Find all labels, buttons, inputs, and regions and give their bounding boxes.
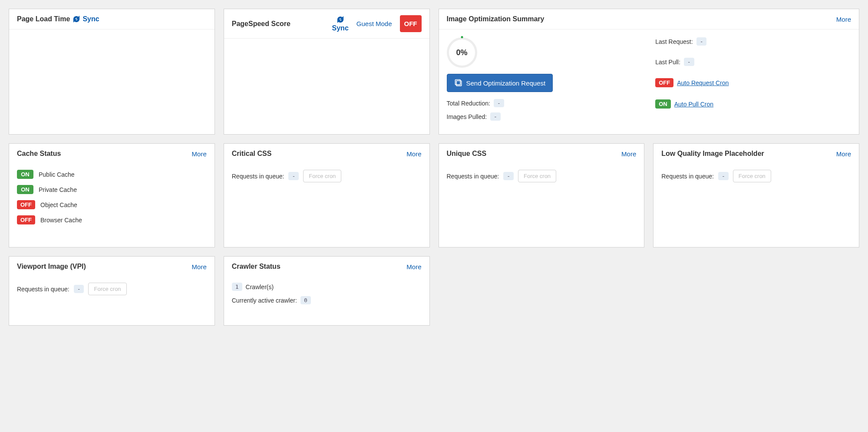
force-cron-button[interactable]: Force cron: [518, 170, 556, 182]
auto-pull-cron-badge: ON: [655, 99, 671, 109]
cache-row-private: ON Private Cache: [17, 185, 207, 194]
panel-image-optimization: Image Optimization Summary More 0% Send …: [439, 9, 860, 135]
queue-label: Requests in queue:: [17, 286, 69, 293]
total-reduction-value: -: [494, 99, 504, 107]
lqip-title: Low Quality Image Placeholder: [661, 150, 764, 158]
critical-css-title: Critical CSS: [232, 150, 272, 158]
image-opt-title: Image Optimization Summary: [447, 15, 545, 23]
images-pulled-label: Images Pulled:: [447, 113, 487, 120]
panel-unique-css: Unique CSS More Requests in queue: - For…: [439, 143, 645, 247]
cache-status-more[interactable]: More: [192, 150, 207, 158]
last-request-value: -: [696, 37, 707, 46]
send-opt-label: Send Optimization Request: [466, 79, 546, 87]
cache-status-title: Cache Status: [17, 150, 61, 158]
crawler-count-label: Crawler(s): [246, 284, 274, 290]
queue-label: Requests in queue:: [447, 173, 499, 180]
page-load-title: Page Load Time: [17, 15, 70, 23]
unique-css-more[interactable]: More: [621, 150, 636, 158]
queue-value: -: [718, 172, 729, 180]
status-badge: OFF: [17, 215, 35, 224]
image-opt-more[interactable]: More: [836, 16, 851, 23]
status-badge: ON: [17, 170, 33, 179]
gauge-indicator: [461, 36, 463, 38]
cache-label: Object Cache: [40, 201, 77, 208]
last-request-label: Last Request:: [655, 38, 693, 45]
cache-row-browser: OFF Browser Cache: [17, 215, 207, 224]
pagespeed-guest-mode[interactable]: Guest Mode: [356, 20, 392, 27]
crawler-more[interactable]: More: [406, 263, 421, 270]
image-opt-gauge: 0%: [447, 37, 477, 68]
status-badge: ON: [17, 185, 33, 194]
crawler-count: 1: [232, 283, 242, 291]
auto-request-cron-badge: OFF: [655, 78, 673, 87]
queue-value: -: [288, 172, 299, 180]
queue-value: -: [503, 172, 514, 180]
images-icon: [454, 79, 463, 87]
pagespeed-badge: OFF: [400, 15, 422, 32]
sync-icon: [73, 15, 80, 23]
queue-label: Requests in queue:: [232, 173, 284, 180]
queue-label: Requests in queue:: [661, 173, 714, 180]
panel-cache-status: Cache Status More ON Public Cache ON Pri…: [9, 143, 215, 247]
force-cron-button[interactable]: Force cron: [733, 170, 771, 182]
panel-pagespeed-score: PageSpeed Score Sync Guest Mode OFF: [224, 9, 430, 135]
lqip-more[interactable]: More: [836, 150, 851, 158]
critical-css-more[interactable]: More: [406, 150, 421, 158]
last-pull-label: Last Pull:: [655, 59, 680, 66]
panel-page-load-time: Page Load Time Sync: [9, 9, 215, 135]
vpi-more[interactable]: More: [192, 263, 207, 270]
send-optimization-request-button[interactable]: Send Optimization Request: [447, 74, 553, 92]
sync-icon: [337, 16, 344, 23]
cache-label: Browser Cache: [40, 217, 82, 224]
vpi-title: Viewport Image (VPI): [17, 263, 86, 270]
crawler-active-label: Currently active crawler:: [232, 297, 297, 304]
cache-label: Private Cache: [39, 186, 77, 193]
auto-pull-cron-link[interactable]: Auto Pull Cron: [674, 101, 713, 108]
images-pulled-value: -: [490, 112, 501, 121]
force-cron-button[interactable]: Force cron: [303, 170, 341, 182]
panel-critical-css: Critical CSS More Requests in queue: - F…: [224, 143, 430, 247]
total-reduction-label: Total Reduction:: [447, 100, 490, 107]
last-pull-value: -: [684, 58, 694, 66]
unique-css-title: Unique CSS: [447, 150, 487, 158]
gauge-value: 0%: [456, 48, 467, 57]
sync-label: Sync: [83, 15, 99, 23]
force-cron-button[interactable]: Force cron: [88, 283, 126, 295]
crawler-active-value: 0: [300, 296, 311, 304]
crawler-title: Crawler Status: [232, 263, 281, 270]
auto-request-cron-link[interactable]: Auto Request Cron: [677, 79, 729, 86]
queue-value: -: [74, 285, 84, 293]
panel-lqip: Low Quality Image Placeholder More Reque…: [653, 143, 859, 247]
page-load-sync[interactable]: Sync: [73, 15, 99, 23]
pagespeed-sync[interactable]: Sync: [332, 16, 349, 32]
panel-vpi: Viewport Image (VPI) More Requests in qu…: [9, 256, 215, 326]
pagespeed-title: PageSpeed Score: [232, 20, 290, 28]
status-badge: OFF: [17, 200, 35, 209]
cache-row-object: OFF Object Cache: [17, 200, 207, 209]
cache-label: Public Cache: [39, 171, 75, 178]
sync-label: Sync: [332, 24, 349, 32]
panel-crawler-status: Crawler Status More 1 Crawler(s) Current…: [224, 256, 430, 326]
cache-row-public: ON Public Cache: [17, 170, 207, 179]
